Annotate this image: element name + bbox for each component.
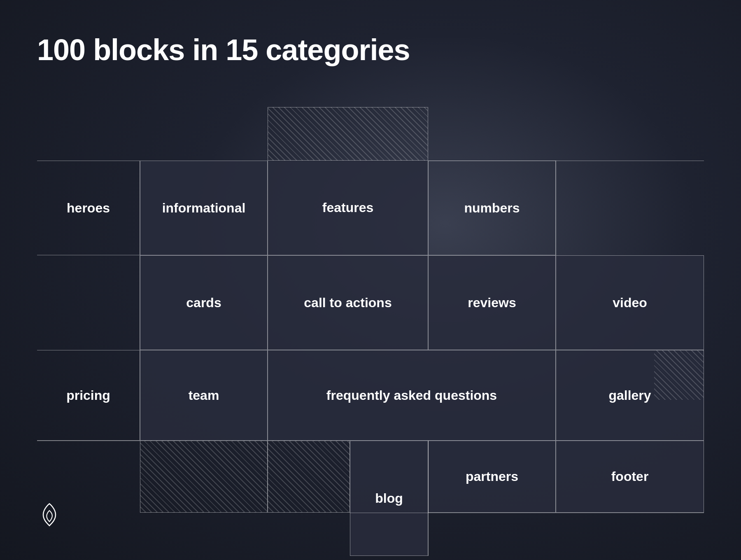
- cell-gallery: gallery: [556, 350, 704, 441]
- label-gallery: gallery: [608, 388, 651, 403]
- vline-col3-row4: [428, 441, 429, 556]
- cell-footer: footer: [556, 441, 704, 513]
- cell-faq: frequently asked questions: [268, 350, 556, 441]
- label-video: video: [613, 295, 647, 310]
- label-cards: cards: [186, 295, 221, 310]
- cell-team: team: [140, 350, 268, 441]
- label-partners: partners: [466, 469, 518, 484]
- cell-empty-col0-row2: [37, 255, 140, 350]
- cell-informational: informational: [140, 161, 268, 255]
- logo-icon: [37, 502, 62, 527]
- hatch-gallery-corner: [654, 350, 704, 400]
- cell-reviews: reviews: [428, 255, 556, 350]
- label-team: team: [189, 388, 219, 403]
- vline-col4-row1: [556, 161, 556, 255]
- cell-numbers: numbers: [428, 161, 556, 255]
- hatch-features-top: [268, 107, 428, 161]
- grid-table: heroes informational features numbers ca…: [37, 107, 704, 486]
- label-informational: informational: [162, 201, 246, 216]
- label-faq: frequently asked questions: [326, 388, 497, 403]
- cell-call-to-actions: call to actions: [268, 255, 428, 350]
- cell-heroes: heroes: [37, 161, 140, 255]
- label-features: features: [322, 200, 374, 215]
- page-title: 100 blocks in 15 categories: [37, 33, 410, 67]
- label-blog: blog: [375, 491, 403, 506]
- label-pricing: pricing: [66, 388, 110, 403]
- grid-container: heroes informational features numbers ca…: [37, 107, 704, 486]
- cell-blog: blog: [350, 441, 428, 556]
- label-numbers: numbers: [464, 201, 520, 216]
- cell-features: features: [268, 161, 428, 255]
- hline-row4-col0: [37, 441, 140, 441]
- label-footer: footer: [611, 469, 649, 484]
- hline-bottom: [350, 513, 704, 513]
- label-call-to-actions: call to actions: [304, 295, 391, 310]
- cell-partners: partners: [428, 441, 556, 513]
- hline-row1-right: [428, 161, 704, 161]
- hatch-col1-row4: [140, 441, 268, 513]
- cell-video: video: [556, 255, 704, 350]
- label-reviews: reviews: [468, 295, 516, 310]
- hatch-col2-row4: [268, 441, 350, 513]
- cell-cards: cards: [140, 255, 268, 350]
- cell-pricing: pricing: [37, 350, 140, 441]
- label-heroes: heroes: [67, 201, 110, 216]
